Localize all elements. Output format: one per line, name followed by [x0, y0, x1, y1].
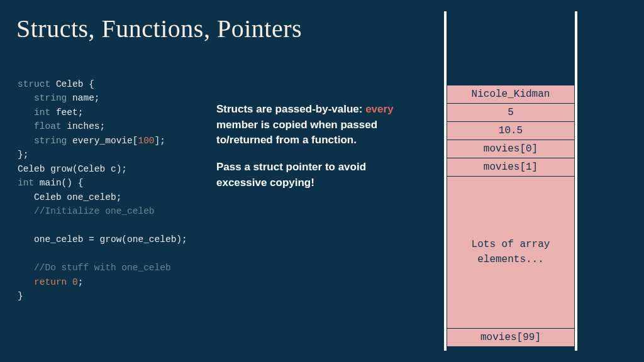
memory-gap-top	[447, 11, 575, 85]
code-kw: float	[34, 121, 62, 131]
memory-diagram: Nicole_Kidman 5 10.5 movies[0] movies[1]…	[444, 11, 577, 351]
code-text: every_movie[	[67, 136, 138, 146]
explanation-text: Structs are passed-by-value: every membe…	[216, 102, 411, 202]
code-kw: int	[34, 107, 50, 118]
memory-cell: 10.5	[447, 121, 575, 140]
code-text: };	[18, 150, 28, 160]
memory-cell: movies[0]	[447, 140, 575, 158]
code-text: }	[18, 291, 23, 301]
paragraph-2: Pass a struct pointer to avoid excessive…	[216, 160, 411, 190]
code-text: name;	[67, 93, 99, 103]
memory-cell: 5	[447, 103, 575, 122]
memory-cell: movies[1]	[447, 158, 575, 177]
code-num: 100	[138, 136, 154, 146]
slide-title: Structs, Functions, Pointers	[16, 14, 302, 43]
code-block: struct Celeb { string name; int feet; fl…	[18, 77, 206, 304]
code-kw: string	[34, 136, 67, 146]
memory-cell-ellipsis: Lots of array elements...	[447, 176, 575, 329]
code-text	[18, 277, 34, 287]
code-comment: //Do stuff with one_celeb	[18, 263, 171, 273]
memory-gap-bottom	[447, 347, 575, 351]
memory-cell: Nicole_Kidman	[447, 85, 575, 104]
code-text: Celeb grow(Celeb c);	[18, 164, 127, 174]
para1-accent: every	[365, 103, 393, 115]
code-text: main() {	[34, 178, 83, 188]
code-kw: string	[34, 93, 67, 103]
para1-b: member is copied when passed to/returned…	[216, 119, 377, 146]
code-text: feet;	[50, 107, 83, 118]
code-comment: //Initialize one_celeb	[18, 206, 155, 216]
code-text: inches;	[62, 121, 106, 131]
memory-cell: movies[99]	[447, 328, 575, 347]
code-text: Celeb one_celeb;	[18, 192, 121, 202]
code-kw: struct	[18, 79, 50, 89]
paragraph-1: Structs are passed-by-value: every membe…	[216, 102, 411, 148]
code-kw: return	[34, 277, 67, 287]
code-num: 0	[72, 277, 78, 287]
code-text: Celeb {	[50, 79, 94, 89]
code-text	[67, 277, 72, 287]
code-text: ;	[78, 277, 84, 287]
code-text: ];	[155, 136, 165, 146]
code-kw: int	[18, 178, 34, 188]
para1-a: Structs are passed-by-value:	[216, 103, 365, 115]
code-text: one_celeb = grow(one_celeb);	[18, 234, 187, 244]
